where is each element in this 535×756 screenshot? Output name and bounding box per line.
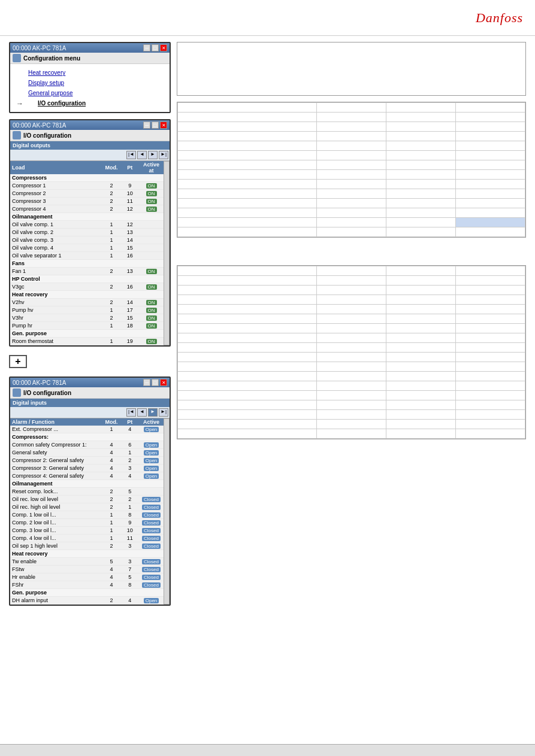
row-active: Closed [139,566,164,573]
row-load: Tw enable [10,558,102,566]
row-mod: 2 [102,182,121,190]
cell [317,343,386,353]
window3-menu: I/O configuration [10,387,170,399]
table-row [178,276,525,286]
row-active: Closed [139,511,164,519]
cell [456,305,525,314]
active-badge: ON [146,199,157,204]
row-mod: 4 [102,464,121,472]
minimize-button[interactable]: ─ [143,44,150,51]
menu-item-heat-recovery[interactable]: Heat recovery [16,68,164,78]
nav-next[interactable]: ► [148,151,158,159]
scrollbar[interactable] [164,161,170,345]
active-closed-badge: Closed [142,544,161,549]
cell [386,372,456,381]
row-pt: 11 [120,198,139,205]
cell [456,266,525,276]
menu-item-display-setup[interactable]: Display setup [16,78,164,88]
w2-close-button[interactable]: ✕ [160,122,167,129]
nav-last[interactable]: ►| [159,151,168,159]
row-load: Compressor 4 [10,205,102,213]
row-pt: 4 [120,472,139,480]
row-mod: 1 [102,236,121,244]
lower-right-table-container [177,265,526,439]
table-row: Oil valve comp. 2 1 13 [10,229,164,236]
row-mod: 2 [102,496,121,503]
active-open-badge: Open [144,450,159,456]
row-load: Fan 1 [10,268,102,275]
cell [317,286,386,295]
table-row: Oil rec. high oil level 2 1 Closed [10,503,164,511]
cell [317,314,386,324]
cell [317,170,386,180]
cell [317,266,386,276]
menu-item-general-purpose[interactable]: General purpose [16,88,164,98]
cell [386,305,456,314]
row-active: ON [139,190,164,198]
cell [178,324,317,333]
table-row: Oil sep 1 high level 2 3 Closed [10,542,164,550]
nav-first[interactable]: |◄ [126,151,136,159]
row-pt: 12 [120,205,139,213]
table-row: Comp. 1 low oil l... 1 8 Closed [10,511,164,519]
col-pt: Pt [120,161,139,174]
row-load: V2hv [10,299,102,306]
row-active: Open [139,426,164,433]
cell [317,391,386,400]
w3-nav-last[interactable]: ►| [159,408,168,417]
section-compressors: Compressors [10,174,164,182]
row-pt: 2 [120,457,139,464]
active-badge: ON [146,315,157,321]
row-mod: 2 [102,283,121,291]
cell [386,151,456,160]
w3-close-button[interactable]: ✕ [160,379,167,386]
maximize-button[interactable]: □ [152,44,159,51]
row-active: ON [139,268,164,275]
row-load: Comp. 3 low oil l... [10,527,102,535]
table-row: Fan 1 2 13 ON [10,268,164,275]
cell [456,208,525,218]
section-fans: Fans [10,260,164,268]
menu-item-io-configuration[interactable]: I/O configuration [26,98,98,108]
w3-maximize-button[interactable]: □ [152,379,159,386]
table-row: Tw enable 5 3 Closed [10,558,164,566]
cell [317,132,386,141]
active-closed-badge: Closed [142,505,161,510]
window1-controls: ─ □ ✕ [143,44,167,51]
w2-minimize-button[interactable]: ─ [143,122,150,129]
close-button[interactable]: ✕ [160,44,167,51]
row-pt: 13 [120,229,139,236]
cell [386,400,456,410]
row-mod: 1 [102,519,121,527]
cell [456,151,525,160]
section-heat-recovery2: Heat recovery [10,550,164,558]
w3-nav-first[interactable]: |◄ [126,408,136,417]
row-pt: 15 [120,244,139,252]
scrollbar2[interactable] [164,418,170,605]
digital-inputs-window: 00:000 AK-PC 781A ─ □ ✕ I/O configuratio… [9,377,171,606]
section-oilmgmt: Oilmanagement [10,213,164,221]
active-badge: ON [146,183,157,189]
row-active: Open [139,597,164,605]
section-hp-control: HP Control [10,275,164,283]
w3-menu-icon [13,388,21,397]
cell [317,305,386,314]
cell [178,189,317,199]
row-load: Pump hr [10,322,102,330]
cell [456,199,525,208]
w3-nav-next-active[interactable]: ► [148,408,158,417]
table-row [178,420,525,429]
cell [456,400,525,410]
cell [386,286,456,295]
w3-nav-prev[interactable]: ◄ [137,408,147,417]
w2-maximize-button[interactable]: □ [152,122,159,129]
row-active: Closed [139,573,164,581]
cell [386,180,456,189]
row-load: Compressor 2 [10,190,102,198]
plus-button[interactable]: + [9,355,27,368]
w3-minimize-button[interactable]: ─ [143,379,150,386]
row-mod: 4 [102,581,121,589]
nav-prev[interactable]: ◄ [137,151,147,159]
row-mod: 1 [102,229,121,236]
window1-body: Heat recovery Display setup General purp… [10,64,170,112]
